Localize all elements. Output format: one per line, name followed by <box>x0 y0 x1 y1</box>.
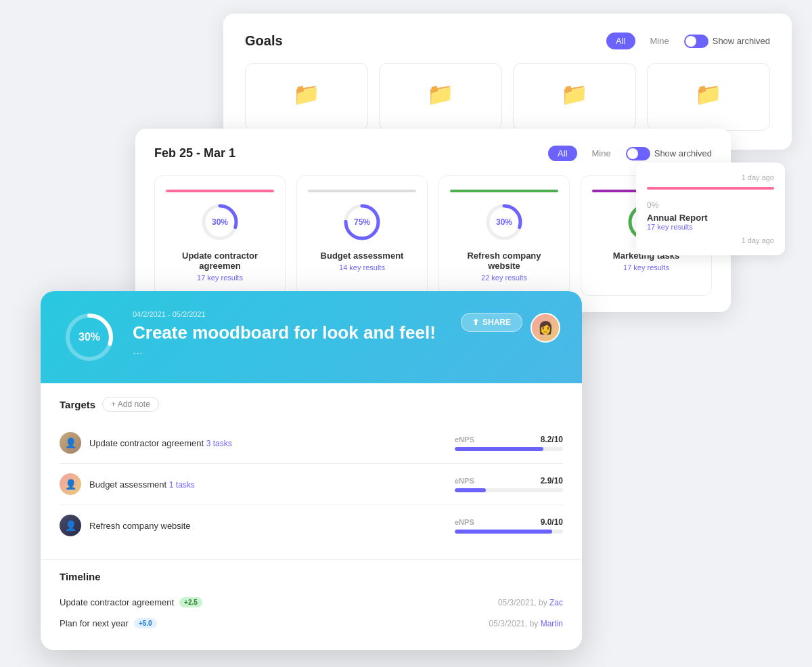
sprint-card-bar-pink <box>166 190 274 192</box>
sprint-card-progress-1: 30% <box>200 202 240 242</box>
sprint-card-sub-4: 17 key results <box>623 263 669 272</box>
toggle-switch-icon[interactable] <box>684 35 708 48</box>
main-panel: 30% 04/2/2021 - 05/2/2021 Create moodboa… <box>41 291 582 650</box>
targets-header: Targets + Add note <box>60 397 563 412</box>
timeline-tag-2: +5.0 <box>134 618 157 628</box>
metric-value-2: 2.9/10 <box>541 476 563 486</box>
target-row-3: 👤 Refresh company website eNPS 9.0/10 <box>60 505 563 546</box>
sprint-filter-mine-button[interactable]: Mine <box>583 145 621 162</box>
folder-icon: 📁 <box>561 81 588 107</box>
goals-filter-mine-button[interactable]: Mine <box>641 33 679 49</box>
goals-show-archived-toggle[interactable]: Show archived <box>684 35 770 48</box>
sprint-cards-grid: 30% Update contractor agreemen 17 key re… <box>154 175 712 296</box>
metric-header-3: eNPS 9.0/10 <box>455 517 563 527</box>
timeline-row-name-2: Plan for next year +5.0 <box>60 618 157 628</box>
timeline-row-text-1: Update contractor agreement <box>60 597 174 607</box>
metric-bar-fill-1 <box>455 447 543 451</box>
sprint-card-name-2: Budget assessment <box>321 251 404 261</box>
timeline-row-text-2: Plan for next year <box>60 618 129 628</box>
timeline-meta-2: 05/3/2021, by Martin <box>489 619 563 628</box>
folder-card[interactable]: 📁 <box>513 63 636 131</box>
target-link-1[interactable]: 3 tasks <box>206 439 232 448</box>
sprint-card-bar-gray <box>308 190 416 192</box>
right-side-panel: 1 day ago 0% Annual Report 17 key result… <box>636 163 785 255</box>
target-name-1: Update contractor agreement 3 tasks <box>89 438 455 448</box>
metric-bar-fill-2 <box>455 488 486 492</box>
right-panel-item-name: Annual Report <box>647 213 774 223</box>
timeline-title: Timeline <box>60 571 563 582</box>
metric-label-1: eNPS <box>455 435 474 444</box>
header-date-range: 04/2/2021 - 05/2/2021 <box>133 310 445 318</box>
add-note-button[interactable]: + Add note <box>102 397 159 412</box>
right-panel-item: 0% Annual Report 17 key results 1 day ag… <box>647 200 774 244</box>
goals-panel-title: Goals <box>245 33 283 49</box>
timeline-meta-1: 05/3/2021, by Zac <box>498 598 563 607</box>
timeline-by-1: Zac <box>549 598 563 607</box>
sprint-filter-group: All Mine Show archived <box>548 145 712 162</box>
header-progress-circle: 30% <box>62 310 116 364</box>
sprint-toggle-switch-icon[interactable] <box>626 147 650 160</box>
folder-icon: 📁 <box>695 81 722 107</box>
sprint-card-budget-assessment[interactable]: 75% Budget assessment 14 key results <box>296 175 428 296</box>
metric-label-3: eNPS <box>455 518 474 526</box>
sprint-card-name-1: Update contractor agreemen <box>166 251 274 271</box>
target-avatar-3: 👤 <box>60 515 81 536</box>
sprint-date-range: Feb 25 - Mar 1 <box>154 146 235 160</box>
sprint-show-archived-label: Show archived <box>654 148 712 158</box>
sprint-card-progress-2: 75% <box>342 202 382 242</box>
sprint-card-pct-3: 30% <box>496 217 512 227</box>
target-link-2[interactable]: 1 tasks <box>169 480 195 490</box>
metric-header-2: eNPS 2.9/10 <box>455 476 563 486</box>
folder-card[interactable]: 📁 <box>379 63 502 131</box>
sprint-card-update-contractor[interactable]: 30% Update contractor agreemen 17 key re… <box>154 175 286 296</box>
sprint-card-pct-2: 75% <box>354 217 370 227</box>
goals-show-archived-label: Show archived <box>713 36 770 46</box>
timeline-tag-1: +2.5 <box>179 597 202 607</box>
target-avatar-1: 👤 <box>60 432 81 454</box>
timeline-by-2: Martin <box>541 619 563 628</box>
sprint-header: Feb 25 - Mar 1 All Mine Show archived <box>154 145 712 162</box>
header-actions: ⬆ SHARE 👩 <box>461 313 560 343</box>
header-info: 04/2/2021 - 05/2/2021 Create moodboard f… <box>133 310 445 360</box>
target-row-2: 👤 Budget assessment 1 tasks eNPS 2.9/10 <box>60 464 563 505</box>
target-name-2: Budget assessment 1 tasks <box>89 479 455 490</box>
metric-label-2: eNPS <box>455 477 474 485</box>
timeline-section: Timeline Update contractor agreement +2.… <box>41 559 582 650</box>
share-button[interactable]: ⬆ SHARE <box>461 313 522 332</box>
folder-icon: 📁 <box>427 81 454 107</box>
header-title: Create moodboard for look and feel! <box>133 322 445 343</box>
right-panel-time-ago-2: 1 day ago <box>647 236 774 244</box>
sprint-card-pct-1: 30% <box>212 217 228 227</box>
more-options-icon[interactable]: ··· <box>133 346 445 360</box>
sprint-card-progress-3: 30% <box>484 202 524 242</box>
user-avatar[interactable]: 👩 <box>531 313 560 343</box>
goals-filter-all-button[interactable]: All <box>606 33 635 49</box>
sprint-filter-all-button[interactable]: All <box>548 146 577 161</box>
sprint-card-refresh-website[interactable]: 30% Refresh company website 22 key resul… <box>438 175 570 296</box>
header-pct-text: 30% <box>78 331 100 343</box>
timeline-row-2: Plan for next year +5.0 05/3/2021, by Ma… <box>60 613 563 634</box>
metric-header-1: eNPS 8.2/10 <box>455 435 563 444</box>
goals-filter-group: All Mine Show archived <box>606 33 770 49</box>
sprint-card-bar-green <box>450 190 558 192</box>
folder-card[interactable]: 📁 <box>245 63 368 131</box>
sprint-card-sub-1: 17 key results <box>197 274 243 282</box>
target-name-3: Refresh company website <box>89 521 455 531</box>
right-panel-pink-bar <box>647 187 774 190</box>
main-panel-header: 30% 04/2/2021 - 05/2/2021 Create moodboa… <box>41 291 582 383</box>
sprint-card-sub-2: 14 key results <box>339 263 385 272</box>
metric-bar-fill-3 <box>455 530 552 534</box>
targets-title: Targets <box>60 399 95 410</box>
targets-section: Targets + Add note 👤 Update contractor a… <box>41 383 582 559</box>
sprint-card-sub-3: 22 key results <box>481 274 527 282</box>
sprint-show-archived-toggle[interactable]: Show archived <box>626 147 712 160</box>
metric-value-3: 9.0/10 <box>541 517 563 527</box>
target-metric-1: eNPS 8.2/10 <box>455 435 563 451</box>
folder-card[interactable]: 📁 <box>647 63 770 131</box>
right-panel-item-pct: 0% <box>647 200 774 210</box>
metric-value-1: 8.2/10 <box>541 435 563 444</box>
metric-bar-bg-3 <box>455 530 563 534</box>
metric-bar-bg-2 <box>455 488 563 492</box>
target-metric-3: eNPS 9.0/10 <box>455 517 563 534</box>
right-panel-item-sub: 17 key results <box>647 223 774 231</box>
